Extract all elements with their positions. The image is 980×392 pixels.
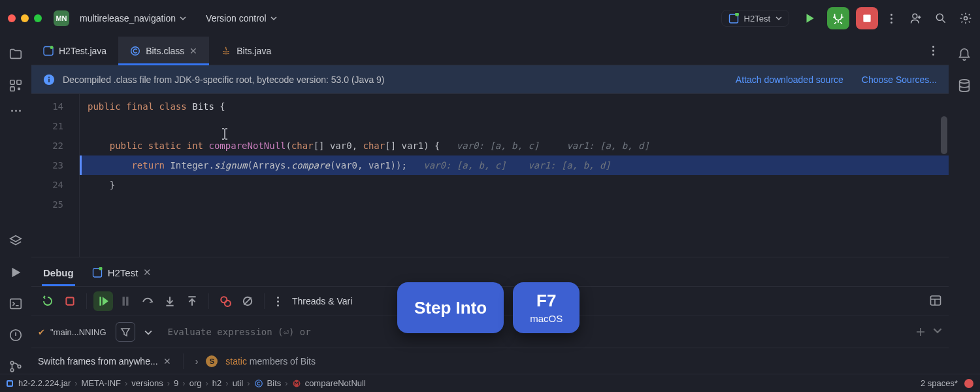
code-line-current: return Integer.signum(Arrays.compare(var…	[80, 155, 949, 175]
scrollbar-thumb[interactable]	[941, 116, 947, 154]
minimize-window-icon[interactable]	[21, 14, 29, 22]
close-icon[interactable]: ✕	[143, 267, 152, 278]
breadcrumbs[interactable]: h2-2.2.224.jar› META-INF› versions› 9› o…	[18, 378, 366, 388]
project-selector[interactable]: multirelease_navigation	[76, 10, 190, 26]
svg-point-4	[936, 14, 943, 20]
close-tab-icon[interactable]: ✕	[189, 46, 197, 56]
services-tool-icon[interactable]	[8, 234, 23, 248]
pause-button[interactable]	[116, 291, 135, 311]
crumb[interactable]: 9	[174, 378, 178, 388]
svg-rect-7	[17, 80, 21, 84]
database-tool-icon[interactable]	[957, 78, 972, 93]
vcs-selector[interactable]: Version control	[202, 10, 281, 26]
crumb[interactable]: Bits	[267, 378, 282, 388]
run-config-selector[interactable]: H2Test	[721, 10, 789, 27]
filter-button[interactable]	[116, 322, 135, 342]
line-number: 21	[31, 116, 63, 136]
svg-rect-30	[931, 296, 941, 305]
thread-selector[interactable]: ✔ "main...NNING	[38, 327, 106, 337]
notifications-icon[interactable]	[957, 47, 972, 61]
view-breakpoints-button[interactable]	[216, 291, 235, 311]
project-tool-icon[interactable]	[8, 47, 23, 61]
crumb[interactable]: h2	[212, 378, 221, 388]
add-watch-icon[interactable]	[915, 326, 926, 338]
crumb[interactable]: versions	[131, 378, 163, 388]
tab-bits-class[interactable]: Bits.class ✕	[118, 37, 209, 65]
debug-button[interactable]	[827, 7, 849, 29]
close-hint-icon[interactable]: ✕	[163, 356, 171, 367]
static-members-label[interactable]: static members of Bits	[225, 356, 316, 367]
crumb[interactable]: META-INF	[82, 378, 121, 388]
threads-vars-label: Threads & Vari	[292, 296, 352, 306]
title-bar: MN multirelease_navigation Version contr…	[0, 0, 980, 37]
error-indicator-icon[interactable]	[964, 379, 973, 388]
chevron-down-icon[interactable]	[933, 326, 942, 335]
editor[interactable]: 14 21 22 23 24 25 public final class Bit…	[31, 94, 949, 257]
svg-point-31	[960, 80, 970, 84]
settings-icon[interactable]	[959, 12, 972, 25]
rerun-button[interactable]	[38, 291, 57, 311]
run-button[interactable]	[798, 7, 821, 29]
vcs-tool-icon[interactable]	[8, 359, 23, 374]
project-badge[interactable]: MN	[54, 10, 69, 26]
crumb[interactable]: org	[189, 378, 202, 388]
project-name: multirelease_navigation	[80, 13, 176, 24]
class-file-icon	[130, 46, 140, 56]
code-line: public final class Bits {	[80, 97, 949, 116]
debug-tab[interactable]: Debug	[42, 261, 75, 286]
chevron-down-icon[interactable]	[144, 329, 151, 335]
layout-settings-icon[interactable]	[929, 294, 942, 307]
close-window-icon[interactable]	[8, 14, 16, 22]
tab-h2test[interactable]: H2Test.java	[31, 37, 118, 65]
svg-point-3	[913, 14, 917, 18]
debug-session-tab[interactable]: H2Test ✕	[91, 260, 154, 286]
resume-button[interactable]	[93, 291, 113, 311]
step-out-button[interactable]	[182, 291, 202, 311]
code-area[interactable]: public final class Bits { public static …	[80, 94, 949, 257]
search-icon[interactable]	[934, 12, 947, 25]
mute-breakpoints-button[interactable]	[238, 291, 257, 311]
structure-tool-icon[interactable]	[8, 78, 23, 93]
svg-point-5	[964, 17, 968, 20]
step-over-button[interactable]	[138, 291, 157, 311]
action-name: Step Into	[414, 299, 487, 318]
more-tools-icon[interactable]	[11, 110, 21, 112]
problems-tool-icon[interactable]	[8, 328, 23, 342]
code-line	[80, 116, 949, 136]
tab-label: H2Test.java	[59, 46, 106, 56]
code-line	[80, 195, 949, 214]
svg-rect-24	[99, 297, 101, 306]
more-actions-icon[interactable]	[885, 14, 898, 24]
right-tool-rail	[949, 37, 980, 374]
java-run-file-icon	[43, 46, 54, 56]
svg-point-13	[10, 368, 14, 372]
crumb[interactable]: util	[233, 378, 244, 388]
crumb[interactable]: compareNotNull	[305, 378, 366, 388]
editor-tabs: H2Test.java Bits.class ✕ Bits.java	[31, 37, 949, 65]
indent-status[interactable]: 2 spaces*	[921, 378, 958, 388]
class-icon	[254, 379, 263, 388]
chevron-right-icon[interactable]: ›	[195, 356, 199, 367]
tab-more-icon[interactable]	[926, 46, 939, 56]
code-with-me-icon[interactable]	[909, 12, 923, 25]
stop-debug-button[interactable]	[60, 291, 80, 311]
zoom-window-icon[interactable]	[34, 14, 42, 22]
stop-button[interactable]	[856, 7, 878, 29]
step-into-button[interactable]	[160, 291, 180, 311]
crumb[interactable]: h2-2.2.224.jar	[18, 378, 71, 388]
choose-sources-link[interactable]: Choose Sources...	[862, 74, 937, 85]
svg-point-16	[50, 46, 54, 49]
tab-bits-java[interactable]: Bits.java	[209, 37, 283, 65]
terminal-tool-icon[interactable]	[8, 297, 23, 311]
run-tool-icon[interactable]	[8, 265, 23, 280]
code-line: }	[80, 175, 949, 195]
static-badge-icon: S	[206, 355, 218, 367]
left-tool-rail	[0, 37, 31, 374]
banner-text: Decompiled .class file from JDK-9-specif…	[63, 74, 385, 85]
more-debug-actions-icon[interactable]	[271, 297, 284, 306]
svg-rect-20	[48, 76, 50, 78]
java-file-icon	[221, 46, 231, 56]
debug-session-label: H2Test	[108, 267, 139, 278]
status-indicator-icon[interactable]	[7, 380, 13, 387]
attach-source-link[interactable]: Attach downloaded source	[736, 74, 843, 85]
